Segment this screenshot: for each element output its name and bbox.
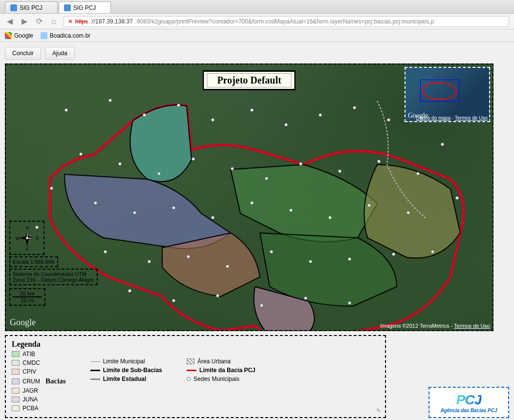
municipal-seat-dot	[250, 108, 254, 112]
home-icon[interactable]: ⌂	[49, 17, 59, 26]
browser-toolbar: ◀ ▶ ⟳ ⌂ ✕ https ://187.39.138.37 :9083/k…	[0, 14, 514, 29]
municipal-seat-dot	[118, 162, 122, 166]
legend-label: PCBA	[22, 405, 39, 412]
bookmark-label: Google	[14, 32, 33, 39]
coord-line1: Sistema de Coordenadas UTM	[13, 271, 94, 277]
minimap-data-link[interactable]: Dados do mapa	[416, 115, 450, 121]
municipal-seat-dot	[353, 106, 356, 109]
bookmark-boadica[interactable]: Boadica.com.br	[41, 32, 90, 39]
map-title-box[interactable]: Projeto Default	[202, 70, 296, 90]
compass-box[interactable]: N S W E	[9, 221, 44, 255]
legend-item: Limite da Bacia PCJ	[187, 367, 256, 374]
terms-link[interactable]: Termos de Uso	[454, 323, 490, 329]
legend-basins-column: ATIBCMDCCPIVCRUM BaciasJAGRJUNAPCBA	[12, 351, 66, 412]
municipal-seat-dot	[187, 255, 190, 258]
scale-text: Escala 1:866.69K	[13, 259, 55, 265]
color-swatch	[12, 378, 20, 384]
url-bar[interactable]: ✕ https ://187.39.138.37 :9083/k2gisapp/…	[64, 16, 509, 27]
municipal-seat-dot	[172, 299, 175, 302]
legend-label: CMDC	[22, 359, 40, 366]
legend-box[interactable]: Legenda ATIBCMDCCPIVCRUM BaciasJAGRJUNAP…	[5, 335, 386, 418]
municipal-seat-dot	[367, 204, 371, 207]
legend-areas-column: Área UrbanaLimite da Bacia PCJSedes Muni…	[187, 358, 256, 412]
browser-tab[interactable]: SIG PCJ	[5, 1, 58, 13]
municipal-seat-dot	[407, 211, 410, 214]
municipal-seat-dot	[143, 113, 146, 117]
url-host: ://187.39.138.37	[90, 18, 133, 25]
legend-label: Área Urbana	[197, 358, 231, 365]
municipal-seat-dot	[265, 177, 268, 180]
url-path: :9083/k2gisapp/printPreview?contador=700…	[135, 18, 434, 25]
svg-text:S: S	[25, 247, 28, 252]
reload-icon[interactable]: ⟳	[34, 17, 44, 26]
scale-box[interactable]: Escala 1:866.69K	[9, 256, 58, 267]
browser-tab-strip: SIG PCJ SIG PCJ	[0, 0, 514, 14]
legend-label: CPIV	[22, 368, 36, 375]
bookmark-google[interactable]: Google	[5, 32, 33, 39]
legend-subtitle: Bacias	[45, 377, 66, 385]
municipal-seat-dot	[270, 250, 273, 253]
municipal-seat-dot	[172, 206, 175, 210]
map-container[interactable]: Projeto Default Google Dados do mapa - T…	[5, 63, 493, 331]
legend-label: Limite da Bacia PCJ	[199, 367, 256, 374]
municipal-seat-dot	[387, 118, 390, 122]
agency-logo-box[interactable]: PCJ Agência das Bacias PCJ	[428, 387, 509, 418]
municipal-seat-dot	[148, 260, 151, 263]
municipal-seat-dot	[392, 252, 395, 256]
google-icon	[5, 32, 12, 39]
browser-tab-active[interactable]: SIG PCJ	[59, 1, 111, 13]
color-swatch	[12, 405, 20, 411]
legend-item: Limite Estadual	[90, 376, 162, 382]
municipal-seat-dot	[348, 301, 351, 305]
municipal-seat-dot	[250, 201, 254, 205]
color-swatch	[12, 397, 20, 402]
color-swatch	[12, 351, 20, 357]
legend-item: CMDC	[12, 359, 66, 366]
google-logo: Google	[10, 317, 36, 328]
legend-label: CRUM	[22, 378, 40, 385]
municipal-seat-dot	[64, 108, 68, 112]
map-title: Projeto Default	[207, 73, 291, 87]
color-swatch	[12, 388, 20, 394]
imagery-attribution: Imagens ©2012 TerraMetrics	[380, 323, 449, 329]
municipal-seat-dot	[455, 196, 459, 200]
svg-text:W: W	[15, 236, 20, 241]
municipal-seat-dot	[304, 296, 307, 300]
forward-icon[interactable]: ▶	[20, 17, 29, 26]
logo-subtitle: Agência das Bacias PCJ	[440, 408, 497, 413]
back-icon[interactable]: ◀	[5, 17, 15, 26]
municipal-seat-dot	[231, 167, 234, 170]
legend-item: JUNA	[12, 396, 66, 403]
legend-item: Limite de Sub-Bacias	[90, 367, 162, 374]
municipal-seat-dot	[319, 113, 322, 117]
minimap-terms-link[interactable]: Termos de Uso	[455, 115, 488, 121]
svg-text:E: E	[36, 236, 39, 241]
hatch-swatch	[187, 358, 194, 364]
legend-title: Legenda	[12, 340, 379, 349]
site-icon	[41, 32, 47, 39]
municipal-seat-dot	[211, 216, 214, 219]
municipal-seat-dot	[104, 250, 107, 253]
scalebar-mi: 10 mi	[13, 297, 42, 303]
tab-title: SIG PCJ	[73, 4, 96, 11]
municipal-seat-dot	[416, 172, 420, 175]
scalebar-box[interactable]: 20 km 10 mi	[9, 288, 45, 306]
dot-swatch	[187, 377, 191, 381]
ajuda-button[interactable]: Ajuda	[45, 47, 75, 60]
concluir-button[interactable]: Concluir	[5, 47, 41, 60]
minimap-basin-outline	[423, 83, 457, 100]
minimap-attribution: Dados do mapa - Termos de Uso	[416, 115, 488, 121]
favicon-icon	[10, 4, 17, 11]
logo-text: PCJ	[456, 392, 481, 408]
svg-point-8	[25, 236, 28, 239]
legend-label: Sedes Municipais	[193, 376, 239, 382]
coordinate-system-box[interactable]: Sistema de Coordenadas UTM Zona 23S - Da…	[9, 269, 98, 285]
edit-icon[interactable]: ✎	[376, 407, 381, 414]
legend-label: Limite de Sub-Bacias	[103, 367, 162, 374]
legend-item: Área Urbana	[187, 358, 256, 365]
line-swatch	[90, 378, 100, 380]
municipal-seat-dot	[309, 260, 312, 263]
minimap[interactable]: Google Dados do mapa - Termos de Uso	[405, 67, 490, 122]
municipal-seat-dot	[211, 118, 214, 122]
coord-line2: Zona 23S - Datum Córrego Alegre	[13, 277, 94, 283]
